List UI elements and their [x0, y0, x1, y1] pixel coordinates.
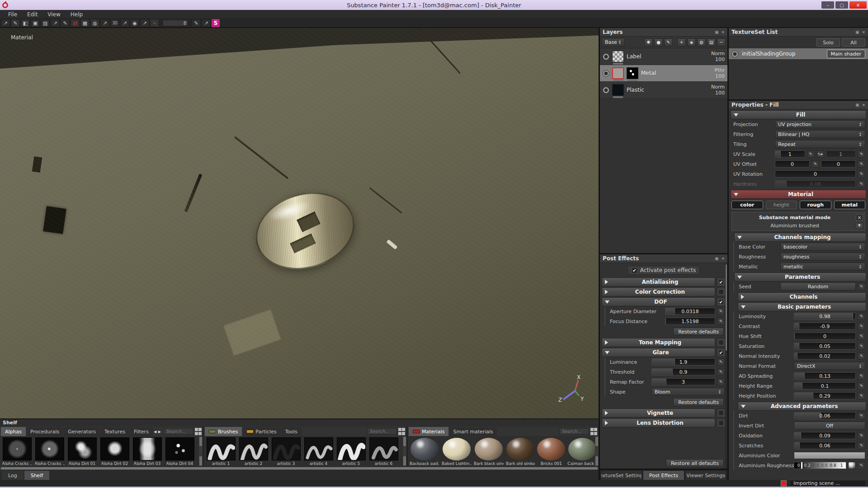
uv-offset-x-slider[interactable]: 0 — [775, 160, 810, 168]
glare-shape-dropdown[interactable]: Bloom — [651, 388, 725, 396]
basecolor-mapping-dropdown[interactable]: basecolor — [780, 243, 865, 251]
normal-format-dropdown[interactable]: DirectX — [794, 362, 865, 370]
expression-pencil-icon[interactable] — [858, 462, 865, 469]
threshold-slider[interactable]: 0.9 — [651, 368, 715, 375]
roughness-mapping-dropdown[interactable]: roughness — [780, 253, 865, 261]
layer-visibility-icon[interactable] — [603, 70, 609, 77]
tab-textures[interactable]: Textures — [100, 427, 129, 436]
activate-post-effects-checkbox[interactable]: Activate post effects — [627, 266, 700, 275]
tab-log[interactable]: Log — [2, 471, 24, 480]
expression-pencil-icon[interactable] — [858, 352, 865, 360]
maximize-button[interactable]: ▢ — [835, 1, 848, 9]
material-item[interactable]: Bark black pine — [474, 437, 504, 465]
material-picker-dropdown-icon[interactable]: ▼ — [856, 223, 863, 229]
channel-color-button[interactable]: color — [731, 201, 763, 209]
section-advanced-parameters[interactable]: Advanced parameters — [738, 402, 866, 411]
expression-pencil-icon[interactable] — [811, 160, 819, 168]
layer-row-label[interactable]: Label Norm 100 — [600, 48, 727, 65]
substance-badge-icon[interactable]: S — [212, 19, 220, 27]
expression-pencil-icon[interactable] — [858, 313, 865, 320]
add-effect-icon[interactable]: ✱ — [644, 38, 653, 47]
3d-2d-view-icon[interactable]: 3D — [110, 19, 119, 27]
tab-brushes[interactable]: Brushes — [205, 427, 242, 436]
remove-material-icon[interactable]: × — [856, 214, 863, 221]
tiling-dropdown[interactable]: Repeat — [775, 140, 865, 148]
channel-rough-button[interactable]: rough — [800, 201, 831, 209]
tab-viewer-settings[interactable]: Viewer Settings — [685, 470, 726, 480]
expression-pencil-icon[interactable] — [717, 378, 725, 385]
glare-restore-defaults-button[interactable]: Restore defaults — [673, 398, 724, 406]
uv-rotation-slider[interactable]: 0 — [775, 170, 856, 178]
close-panel-icon[interactable]: × — [862, 103, 865, 107]
brush-item[interactable]: artistic 3 — [271, 437, 301, 465]
pencil-edit-icon[interactable]: ✎ — [192, 19, 201, 27]
menu-file[interactable]: File — [4, 10, 22, 19]
all-button[interactable]: All — [842, 38, 865, 47]
projection-dropdown[interactable]: UV projection — [775, 120, 865, 128]
expression-pencil-icon[interactable] — [858, 333, 865, 340]
tab-generators[interactable]: Generators — [64, 427, 100, 436]
section-vignette[interactable]: Vignette — [602, 408, 715, 418]
brush-item[interactable]: artistic 4 — [303, 437, 334, 465]
dirt-slider[interactable]: 0.06 — [794, 412, 856, 419]
expression-pencil-icon[interactable] — [717, 358, 725, 366]
expression-pencil-icon[interactable] — [858, 392, 865, 399]
expression-pencil-icon[interactable] — [858, 432, 865, 439]
expression-pencil-icon[interactable] — [858, 442, 865, 449]
menu-edit[interactable]: Edit — [23, 10, 42, 19]
expression-pencil-icon[interactable] — [858, 412, 865, 419]
tab-shelf[interactable]: Shelf — [24, 471, 50, 480]
tab-scroll-left-icon[interactable]: ◀ — [153, 427, 157, 436]
materials-scrollbar[interactable] — [595, 436, 599, 466]
alpha-item[interactable]: Alpha Dirt 04 — [165, 437, 195, 465]
delete-layer-icon[interactable]: − — [717, 38, 726, 47]
textureset-row[interactable]: initialShadingGroup Main shader — [729, 48, 868, 59]
channel-metal-button[interactable]: metal — [834, 201, 866, 209]
brush-item[interactable]: artistic 2 — [238, 437, 269, 465]
pen-tool-icon[interactable]: ✎ — [61, 19, 70, 27]
grid-view-icon[interactable] — [590, 428, 598, 435]
focus-distance-slider[interactable]: 1.5198 — [665, 318, 715, 325]
uv-scale-x-slider[interactable]: 1 — [775, 150, 805, 158]
dof-enabled-checkbox[interactable] — [717, 297, 726, 306]
close-button[interactable]: × — [849, 1, 867, 9]
aperture-diameter-slider[interactable]: 0.0318 — [665, 308, 715, 315]
materials-search-input[interactable] — [559, 428, 589, 435]
section-channels-mapping[interactable]: Channels mapping — [734, 233, 866, 242]
tab-particles[interactable]: Particles — [242, 427, 280, 436]
ramp-marker[interactable] — [794, 462, 802, 469]
contrast-slider[interactable]: -0.9 — [794, 323, 856, 330]
material-item[interactable]: Caiman back ... — [567, 437, 597, 465]
material-mode-icon[interactable]: ◍ — [90, 19, 99, 27]
solo-button[interactable]: Solo — [816, 38, 840, 47]
undock-panel-icon[interactable]: ▣ — [715, 256, 719, 261]
aluminium-roughness-ramp[interactable]: 0 0.2 0.4 0.6 0.8 1 — [794, 462, 846, 469]
close-panel-icon[interactable]: × — [721, 30, 725, 34]
menu-help[interactable]: Help — [66, 10, 87, 19]
normal-intensity-slider[interactable]: 0.02 — [794, 352, 856, 360]
glare-enabled-checkbox[interactable] — [717, 348, 726, 357]
section-parameters[interactable]: Parameters — [734, 272, 866, 282]
section-lens-distortion[interactable]: Lens Distortion — [602, 418, 715, 427]
remap-factor-slider[interactable]: 3 — [651, 378, 715, 385]
material-item[interactable]: Bark old ginko — [506, 437, 535, 465]
alphas-scrollbar[interactable] — [199, 436, 203, 466]
falloff-curve-icon[interactable]: ≈ — [150, 19, 159, 27]
layer-row-plastic[interactable]: Plastic Norm 100 — [600, 82, 727, 99]
eraser-tool-icon[interactable]: ◧ — [21, 19, 30, 27]
expression-pencil-icon[interactable] — [717, 368, 725, 375]
post-effects-scrollbar[interactable] — [725, 263, 727, 469]
tab-scroll-right-icon[interactable]: ▶ — [157, 427, 161, 436]
add-fill-layer-icon[interactable]: ◈ — [687, 38, 696, 47]
brush-item[interactable]: artistic 1 — [206, 437, 236, 465]
textureset-visibility-icon[interactable] — [731, 51, 738, 57]
grid-view-icon[interactable] — [398, 428, 406, 435]
brushes-search-input[interactable] — [367, 428, 397, 435]
tab-tools[interactable]: Tools — [281, 427, 302, 436]
stencil-tool-icon[interactable]: ▨ — [41, 19, 50, 27]
expression-pencil-icon[interactable] — [858, 160, 865, 168]
blend-mode-dropdown[interactable]: Base Color — [602, 38, 625, 47]
camera-icon[interactable]: ◉ — [130, 19, 139, 27]
material-item[interactable]: Backpack pad... — [410, 437, 439, 465]
tab-smart-materials[interactable]: Smart materials — [449, 427, 497, 436]
